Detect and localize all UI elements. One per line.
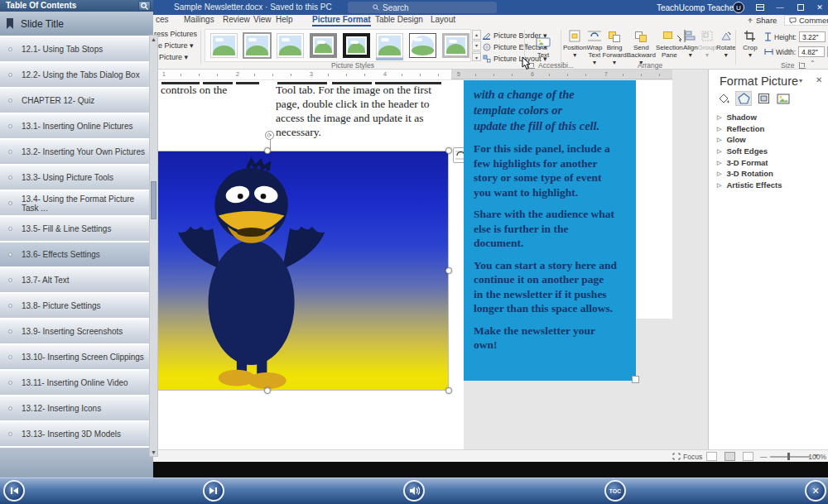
zoom-slider-thumb[interactable] (787, 453, 790, 460)
reset-picture-cut[interactable]: Picture ▾ (159, 53, 188, 61)
handle-top-middle[interactable] (264, 147, 271, 154)
crop-button[interactable]: Crop ▾ (739, 30, 761, 59)
pane-menu-caret[interactable]: ▾ (799, 77, 802, 84)
align-button[interactable]: Align ▾ (683, 30, 698, 66)
change-picture-cut[interactable]: ge Picture ▾ (154, 41, 194, 50)
ribbon-display-options-icon[interactable] (756, 4, 764, 11)
toc-item-13-1[interactable]: 13.1- Inserting Online Pictures (0, 114, 153, 140)
toc-search-button[interactable] (138, 1, 151, 11)
rotate-handle[interactable]: ⟳ (265, 131, 274, 140)
bring-forward-button[interactable]: Bring Forward ▾ (602, 30, 626, 66)
position-button[interactable]: Position ▾ (563, 30, 586, 66)
previous-button[interactable] (3, 480, 25, 502)
toc-item-ch12-quiz[interactable]: CHAPTER 12- Quiz (0, 89, 153, 114)
tab-layout[interactable]: Layout (431, 15, 455, 24)
tab-picture-format[interactable]: Picture Format (312, 15, 371, 26)
compress-pictures-cut[interactable]: ress Pictures (154, 30, 197, 38)
section-reflection[interactable]: ▷Reflection (717, 124, 764, 133)
scroll-up-icon[interactable]: ▲ (150, 36, 157, 42)
toc-item-13-7[interactable]: 13.7- Alt Text (0, 268, 153, 294)
focus-button[interactable]: Focus (683, 453, 702, 461)
zoom-level-label[interactable]: 100% (808, 453, 826, 461)
titlebar-search-box[interactable]: Search (348, 2, 497, 13)
share-button[interactable]: Share (743, 15, 781, 26)
zoom-slider-track[interactable] (770, 456, 810, 458)
scrollbar-thumb[interactable] (151, 181, 156, 219)
tab-view[interactable]: View (253, 15, 272, 24)
newsletter-side-panel[interactable]: with a change of the template colors or … (464, 80, 636, 381)
gallery-scroll-up[interactable]: ▴ (472, 30, 481, 40)
gallery-more-button[interactable]: ▾ (472, 51, 481, 61)
style-thumb-7[interactable] (409, 33, 436, 58)
rotate-button[interactable]: Rotate ▾ (716, 30, 736, 66)
section-3d-format[interactable]: ▷3-D Format (717, 158, 768, 167)
style-thumb-2-selected[interactable] (243, 33, 271, 58)
play-next-button[interactable] (203, 480, 224, 502)
collapse-ribbon-button[interactable]: ⌃ (810, 60, 816, 67)
document-canvas[interactable]: controls on the Tool tab. For the image … (153, 79, 708, 449)
layout-properties-tab[interactable] (755, 91, 772, 106)
toc-item-13-6-selected[interactable]: 13.6- Effects Settings (0, 242, 153, 268)
height-input[interactable]: 3.22" (799, 31, 826, 42)
toc-item-13-10[interactable]: 13.10- Inserting Screen Clippings (0, 345, 153, 371)
scroll-down-icon[interactable]: ▼ (150, 449, 157, 455)
toc-slide-title-row[interactable]: Slide Title (0, 12, 153, 37)
style-thumb-3[interactable] (277, 33, 304, 58)
account-name[interactable]: TeachUcomp Teacher (657, 3, 737, 12)
minimize-button[interactable]: — (776, 3, 784, 12)
pane-close-icon[interactable]: ✕ (816, 75, 822, 84)
section-shadow[interactable]: ▷Shadow (717, 113, 757, 122)
avatar[interactable]: U (733, 2, 744, 13)
section-glow[interactable]: ▷Glow (717, 135, 746, 144)
alt-text-button[interactable]: Alt Text (530, 30, 556, 59)
volume-button[interactable] (403, 480, 425, 502)
picture-tab[interactable] (775, 91, 792, 106)
player-close-button[interactable]: ✕ (805, 480, 826, 502)
toc-button[interactable]: TOC (604, 480, 626, 502)
print-layout-icon[interactable] (724, 452, 735, 461)
table-resize-handle[interactable] (632, 376, 639, 383)
toc-item-13-11[interactable]: 13.11- Inserting Online Video (0, 371, 153, 396)
gallery-scroll-down[interactable]: ▾ (472, 41, 481, 50)
toc-item-13-12[interactable]: 13.12- Inserting Icons (0, 396, 153, 422)
style-thumb-4[interactable] (310, 33, 337, 58)
tab-review[interactable]: Review (223, 15, 250, 24)
toc-item-13-13[interactable]: 13.13- Inserting 3D Models (0, 422, 153, 448)
zoom-out-button[interactable]: — (760, 453, 768, 461)
toc-item-13-5[interactable]: 13.5- Fill & Line Settings (0, 217, 153, 242)
section-3d-rotation[interactable]: ▷3-D Rotation (717, 169, 773, 178)
tab-mailings[interactable]: Mailings (184, 15, 214, 24)
toc-item-13-2[interactable]: 13.2- Inserting Your Own Pictures (0, 140, 153, 166)
tab-table-design[interactable]: Table Design (375, 15, 423, 24)
toc-item-12-2[interactable]: 12.2- Using the Tabs Dialog Box (0, 63, 153, 89)
wrap-text-button[interactable]: Wrap Text ▾ (586, 30, 602, 66)
toc-item-13-4[interactable]: 13.4- Using the Format Picture Task ... (0, 191, 153, 217)
tab-references-cut[interactable]: ces (156, 15, 169, 24)
toc-item-13-3[interactable]: 13.3- Using Picture Tools (0, 166, 153, 191)
style-thumb-8[interactable] (442, 33, 469, 58)
picture-styles-gallery[interactable] (205, 29, 471, 62)
style-thumb-1[interactable] (210, 33, 238, 58)
toc-item-12-1[interactable]: 12.1- Using Tab Stops (0, 37, 153, 63)
handle-top-right[interactable] (445, 147, 452, 154)
maximize-button[interactable] (797, 4, 804, 11)
web-layout-icon[interactable] (743, 452, 753, 461)
toc-scrollbar[interactable]: ▲ ▼ (149, 35, 158, 457)
mascot-picture[interactable] (153, 151, 449, 391)
tab-help[interactable]: Help (276, 15, 293, 24)
toc-item-13-9[interactable]: 13.9- Inserting Screenshots (0, 319, 153, 345)
width-input[interactable]: 4.82" (798, 46, 825, 57)
toc-item-13-8[interactable]: 13.8- Picture Settings (0, 294, 153, 319)
section-artistic-effects[interactable]: ▷Artistic Effects (717, 180, 782, 190)
fill-line-tab[interactable] (715, 91, 732, 106)
handle-middle-right[interactable] (445, 267, 452, 274)
effects-tab[interactable] (735, 91, 752, 106)
handle-bottom-right[interactable] (445, 387, 452, 394)
style-thumb-5[interactable] (343, 33, 370, 58)
close-window-button[interactable]: ✕ (816, 3, 824, 12)
comments-button[interactable]: Comments (784, 15, 828, 26)
size-dialog-launcher[interactable] (799, 62, 806, 69)
read-mode-icon[interactable] (706, 452, 717, 461)
style-thumb-6[interactable] (376, 33, 403, 58)
handle-bottom-middle[interactable] (264, 387, 271, 394)
